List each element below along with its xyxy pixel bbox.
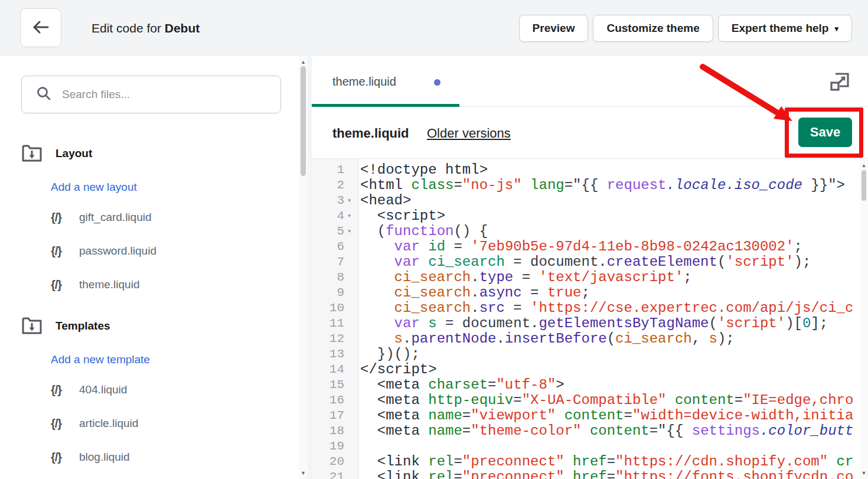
sidebar-file-article.liquid[interactable]: {/}article.liquid — [0, 412, 298, 435]
line-number: 20 — [312, 454, 344, 470]
sidebar-scrollbar[interactable]: ▲ ▼ — [299, 56, 308, 479]
line-number: 17 — [312, 408, 344, 423]
active-tab-underline — [312, 104, 459, 107]
search-input[interactable] — [62, 88, 263, 101]
fullscreen-icon — [828, 86, 851, 95]
file-name: article.liquid — [79, 412, 138, 435]
code-text: </script> — [360, 362, 437, 377]
editor-tab-bar: theme.liquid — [312, 56, 868, 107]
sidebar-file-gift_card.liquid[interactable]: {/}gift_card.liquid — [0, 206, 298, 229]
code-text: ci_search.type = 'text/javascript'; — [360, 270, 692, 285]
code-line[interactable]: 6 var id = '7eb90b5e-97d4-11eb-8b98-0242… — [312, 239, 868, 255]
back-button[interactable] — [20, 8, 61, 47]
search-box[interactable] — [21, 76, 281, 113]
code-text: <script> — [360, 208, 445, 224]
code-text: <head> — [360, 193, 411, 208]
code-line[interactable]: 10 ci_search.src = 'https://cse.expertre… — [312, 301, 868, 316]
code-line[interactable]: 13 })(); — [312, 347, 868, 362]
add-new-templates-link[interactable]: Add a new template — [0, 348, 298, 372]
code-file-icon: {/} — [51, 445, 61, 469]
line-number: 1 — [312, 162, 344, 178]
save-button[interactable]: Save — [798, 118, 852, 147]
customize-theme-button[interactable]: Customize theme — [593, 15, 713, 42]
file-name: blog.liquid — [79, 445, 130, 469]
add-link-label: Add a new template — [51, 348, 150, 372]
page-title-theme-name: Debut — [165, 21, 200, 35]
tab-theme-liquid[interactable]: theme.liquid — [312, 56, 459, 107]
code-line[interactable]: 5▾ (function() { — [312, 224, 868, 239]
older-versions-link[interactable]: Older versions — [427, 107, 511, 159]
fold-arrow-icon[interactable]: ▾ — [347, 193, 351, 208]
code-line[interactable]: 17 <meta name="viewport" content="width=… — [312, 408, 868, 423]
code-line[interactable]: 20 <link rel="preconnect" href="https://… — [312, 454, 868, 470]
code-line[interactable]: 8 ci_search.type = 'text/javascript'; — [312, 270, 868, 285]
page-title: Edit code for Debut — [92, 0, 200, 56]
code-file-icon: {/} — [51, 378, 61, 402]
fold-arrow-icon[interactable]: ▾ — [347, 208, 351, 224]
line-number: 9 — [312, 285, 344, 301]
section-label: Templates — [56, 314, 110, 338]
sidebar-section-templates[interactable]: Templates — [0, 314, 298, 338]
file-name: password.liquid — [79, 239, 156, 263]
code-line[interactable]: 7 var ci_search = document.createElement… — [312, 255, 868, 270]
code-file-icon: {/} — [51, 273, 61, 296]
add-link-label: Add a new layout — [51, 175, 137, 199]
code-text: })(); — [360, 347, 420, 362]
scroll-down-icon[interactable]: ▼ — [860, 468, 868, 478]
code-line[interactable]: 21 <link rel="preconnect" href="https://… — [312, 470, 868, 479]
scroll-up-icon[interactable]: ▲ — [299, 57, 308, 67]
sidebar-scrollbar-thumb[interactable] — [301, 66, 306, 176]
back-arrow-icon — [30, 18, 52, 38]
code-lines: 1<!doctype html>2<html class="no-js" lan… — [312, 162, 868, 479]
sidebar-file-blog.liquid[interactable]: {/}blog.liquid — [0, 445, 298, 469]
code-text: var id = '7eb90b5e-97d4-11eb-8b98-0242ac… — [360, 239, 802, 255]
scroll-up-icon[interactable]: ▲ — [860, 161, 868, 170]
code-text: var s = document.getElementsByTagName('s… — [360, 316, 828, 331]
unsaved-changes-dot — [434, 79, 440, 86]
line-number: 13 — [312, 347, 344, 362]
code-text: <link rel="preconnect" href="https://fon… — [360, 470, 853, 479]
code-line[interactable]: 14</script> — [312, 362, 868, 377]
customize-theme-button-label: Customize theme — [606, 22, 699, 35]
sidebar-file-404.liquid[interactable]: {/}404.liquid — [0, 378, 298, 402]
header-actions: Preview Customize theme Expert theme hel… — [519, 15, 852, 42]
sidebar-file-theme.liquid[interactable]: {/}theme.liquid — [0, 273, 298, 296]
line-number: 7 — [312, 255, 344, 270]
expert-theme-help-button[interactable]: Expert theme help▾ — [718, 15, 852, 42]
code-area[interactable]: 1<!doctype html>2<html class="no-js" lan… — [312, 159, 868, 479]
code-line[interactable]: 15 <meta charset="utf-8"> — [312, 377, 868, 393]
editor-panel: theme.liquid theme.liquid Older versions — [312, 56, 868, 479]
code-text: <meta charset="utf-8"> — [360, 377, 564, 393]
line-number: 21 — [312, 470, 344, 479]
preview-button[interactable]: Preview — [519, 15, 589, 42]
code-line[interactable]: 12 s.parentNode.insertBefore(ci_search, … — [312, 331, 868, 347]
code-text: <link rel="preconnect" href="https://cdn… — [360, 454, 853, 470]
preview-button-label: Preview — [533, 22, 575, 35]
editor-toolbar: theme.liquid Older versions — [312, 107, 868, 159]
editor-scrollbar[interactable]: ▲ ▼ — [860, 159, 868, 479]
code-line[interactable]: 3▾<head> — [312, 193, 868, 208]
line-number: 8 — [312, 270, 344, 285]
code-line[interactable]: 1<!doctype html> — [312, 162, 868, 178]
line-number: 16 — [312, 393, 344, 408]
add-new-layout-link[interactable]: Add a new layout — [0, 175, 298, 199]
code-line[interactable]: 16 <meta http-equiv="X-UA-Compatible" co… — [312, 393, 868, 408]
file-title: theme.liquid — [332, 107, 409, 159]
line-number: 12 — [312, 331, 344, 347]
code-line[interactable]: 19 — [312, 439, 868, 454]
code-line[interactable]: 4▾ <script> — [312, 208, 868, 224]
expand-editor-button[interactable] — [827, 69, 853, 95]
sidebar-file-password.liquid[interactable]: {/}password.liquid — [0, 239, 298, 263]
editor-scrollbar-thumb[interactable] — [862, 170, 866, 201]
code-text: ci_search.src = 'https://cse.expertrec.c… — [360, 301, 853, 316]
code-line[interactable]: 2<html class="no-js" lang="{{ request.lo… — [312, 178, 868, 193]
code-line[interactable]: 18 <meta name="theme-color" content="{{ … — [312, 423, 868, 439]
code-line[interactable]: 11 var s = document.getElementsByTagName… — [312, 316, 868, 331]
line-number: 15 — [312, 377, 344, 393]
folder-download-icon — [21, 144, 43, 165]
scroll-down-icon[interactable]: ▼ — [299, 468, 308, 478]
fold-arrow-icon[interactable]: ▾ — [347, 224, 351, 239]
code-line[interactable]: 9 ci_search.async = true; — [312, 285, 868, 301]
sidebar-section-layout[interactable]: Layout — [0, 142, 298, 165]
line-number: 5 — [312, 224, 344, 239]
